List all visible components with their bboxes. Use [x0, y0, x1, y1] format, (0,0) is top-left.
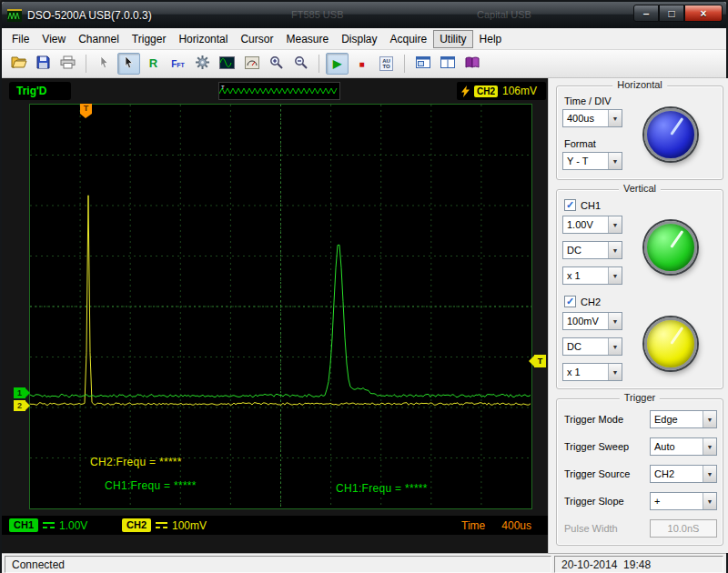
toolbar-zoom-out-button[interactable] — [289, 53, 312, 75]
toolbar-pointer-button[interactable] — [117, 53, 140, 75]
menu-file[interactable]: File — [5, 30, 35, 48]
horizontal-group: Horizontal Time / DIV 400us ▼ Format Y -… — [556, 85, 723, 180]
ch1-ground-marker[interactable]: 1 — [14, 387, 25, 398]
trigger-level-readout: CH2 106mV — [457, 82, 546, 100]
chevron-down-icon: ▼ — [608, 242, 622, 258]
maximize-button[interactable]: □ — [659, 5, 684, 22]
trigger-source-badge: CH2 — [474, 85, 498, 97]
toolbar-settings-button[interactable] — [191, 53, 214, 75]
ch1-scale-readout: 1.00V — [59, 519, 87, 532]
toolbar-print-button[interactable] — [56, 53, 79, 75]
menu-utility[interactable]: Utility — [433, 30, 472, 48]
waveform-preview[interactable]: T — [218, 82, 340, 100]
menu-trigger[interactable]: Trigger — [126, 30, 173, 48]
toolbar-cursor-button[interactable] — [93, 53, 116, 75]
auto-icon: AUTO — [379, 56, 393, 71]
trigger-time-marker[interactable]: T — [80, 104, 92, 114]
toolbar-meter-button[interactable] — [240, 53, 263, 75]
minimize-icon: – — [643, 7, 650, 20]
trigger-sweep-select[interactable]: Auto ▼ — [650, 437, 717, 456]
title-bar[interactable]: DSO-5200A USB(7.0.0.3) FT585 USB Capital… — [2, 2, 726, 28]
toolbar-separator — [318, 55, 319, 73]
trigger-group: Trigger Trigger Mode Edge ▼ Trigger Swee… — [556, 398, 723, 546]
toolbar-zoom-in-button[interactable] — [265, 53, 288, 75]
menu-horizontal[interactable]: Horizontal — [172, 30, 234, 48]
toolbar-resistor-button[interactable]: R — [142, 53, 165, 75]
ch2-vertical-knob[interactable] — [644, 317, 697, 370]
toolbar-separator — [86, 55, 86, 73]
fft-icon: FFT — [171, 57, 185, 70]
datetime-status: 20-10-2014 19:48 — [554, 556, 723, 573]
scope-readout: CH1:Frequ = ***** — [105, 479, 197, 492]
trigger-level-marker[interactable]: T — [534, 355, 546, 367]
close-icon: × — [700, 7, 706, 20]
trigger-slope-label: Trigger Slope — [564, 496, 624, 507]
toolbar-book-button[interactable] — [460, 53, 483, 75]
toolbar: RFFT▶■AUTO — [2, 50, 726, 78]
open-icon — [11, 55, 27, 72]
scope-readout: CH1:Frequ = ***** — [336, 482, 428, 495]
chevron-down-icon: ▼ — [608, 216, 622, 233]
menu-help[interactable]: Help — [473, 30, 509, 48]
chevron-down-icon: ▼ — [608, 338, 622, 355]
trigger-source-select[interactable]: CH2 ▼ — [650, 465, 717, 483]
toolbar-open-button[interactable] — [7, 53, 30, 75]
toolbar-fft-button[interactable]: FFT — [167, 53, 189, 75]
menu-measure[interactable]: Measure — [279, 30, 335, 48]
zoom-in-icon — [269, 55, 283, 72]
format-select[interactable]: Y - T ▼ — [562, 152, 622, 170]
horizontal-knob[interactable] — [644, 108, 697, 161]
ch2-checkbox-label: CH2 — [581, 297, 601, 307]
knob-pointer — [670, 117, 683, 136]
ch2-coupling-select[interactable]: DC ▼ — [562, 337, 622, 356]
ch2-probe-select[interactable]: x 1 ▼ — [562, 363, 622, 381]
trigger-sweep-label: Trigger Sweep — [564, 441, 629, 452]
menu-view[interactable]: View — [35, 30, 72, 48]
pulse-width-label: Pulse Width — [564, 523, 618, 534]
channel-info-bar: CH1 1.00V CH2 100mV Time 400us — [2, 516, 548, 535]
zoom-out-icon — [294, 55, 308, 72]
ch2-checkbox[interactable]: ✓ CH2 — [564, 296, 601, 307]
toolbar-save-button[interactable] — [32, 53, 55, 75]
ch1-checkbox-label: CH1 — [581, 200, 601, 211]
menu-channel[interactable]: Channel — [72, 30, 126, 48]
menu-acquire[interactable]: Acquire — [384, 30, 434, 48]
chevron-down-icon: ▼ — [608, 153, 622, 169]
ch1-probe-select[interactable]: x 1 ▼ — [562, 266, 622, 285]
toolbar-auto-button[interactable]: AUTO — [375, 53, 398, 75]
menu-display[interactable]: Display — [335, 30, 383, 48]
ch1-checkbox[interactable]: ✓ CH1 — [564, 199, 601, 211]
maximize-icon: □ — [668, 7, 674, 20]
ch1-coupling-select[interactable]: DC ▼ — [562, 241, 622, 259]
trigger-slope-select[interactable]: + ▼ — [650, 492, 717, 510]
trigger-mode-select[interactable]: Edge ▼ — [650, 410, 717, 428]
meter-icon — [245, 56, 259, 72]
vertical-group-title: Vertical — [619, 183, 661, 194]
scope-readout: CH2:Frequ = ***** — [90, 456, 182, 468]
ch1-vertical-knob[interactable] — [644, 221, 697, 274]
toolbar-display-button[interactable] — [216, 53, 238, 75]
app-window: DSO-5200A USB(7.0.0.3) FT585 USB Capital… — [0, 0, 728, 573]
toolbar-start-button[interactable]: ▶ — [326, 53, 349, 75]
ch2-ground-marker[interactable]: 2 — [14, 400, 25, 411]
toolbar-window-main-button[interactable] — [411, 53, 434, 75]
scope-display[interactable]: CH2:Frequ = *****CH1:Frequ = *****CH1:Fr… — [29, 104, 532, 509]
minimize-button[interactable]: – — [633, 5, 659, 22]
time-label: Time — [461, 519, 485, 532]
book-icon — [465, 56, 480, 72]
close-button[interactable]: × — [684, 5, 723, 22]
status-bar: Connected 20-10-2014 19:48 — [2, 553, 726, 573]
ch2-scale-readout: 100mV — [172, 519, 207, 532]
menu-cursor[interactable]: Cursor — [234, 30, 279, 48]
chevron-down-icon: ▼ — [608, 110, 622, 126]
ch1-scale-select[interactable]: 1.00V ▼ — [562, 216, 622, 234]
time-div-select[interactable]: 400us ▼ — [562, 109, 622, 127]
stop-icon: ■ — [359, 57, 364, 70]
dc-coupling-icon — [43, 521, 55, 529]
checkbox-check-icon: ✓ — [564, 296, 576, 307]
chevron-down-icon: ▼ — [703, 438, 716, 455]
toolbar-stop-button[interactable]: ■ — [350, 53, 373, 75]
print-icon — [60, 55, 76, 72]
toolbar-window-split-button[interactable] — [436, 53, 459, 75]
ch2-scale-select[interactable]: 100mV ▼ — [562, 312, 622, 330]
